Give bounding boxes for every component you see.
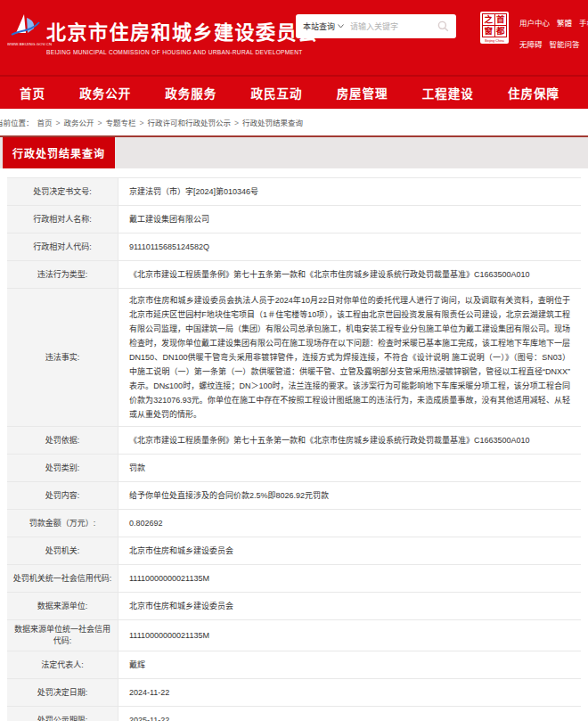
section-tabstrip: 行政处罚结果查询 xyxy=(0,137,588,168)
site-subtitle: BEIJING MUNICIPAL COMMISSION OF HOUSING … xyxy=(46,49,319,55)
nav-item[interactable]: 政民互动 xyxy=(250,84,302,102)
quick-links: 用户中心繁體手机版 无障碍智能问答 xyxy=(519,17,588,60)
row-label: 处罚机关统一社会信用代码: xyxy=(7,565,118,592)
site-search: 本站查询 xyxy=(296,14,456,38)
quick-link[interactable]: 智能问答 xyxy=(550,38,580,49)
row-value: 京建法罚（市）字[2024]第010346号 xyxy=(118,178,581,205)
breadcrumb-link[interactable]: 首页 xyxy=(37,119,53,127)
row-value: 2025-11-22 xyxy=(118,707,581,721)
row-label: 处罚依据: xyxy=(7,427,118,454)
breadcrumb-link[interactable]: 政务公开 xyxy=(53,119,94,127)
table-row: 违法行为类型: 《北京市建设工程质量条例》第七十五条第一款和《北京市住房城乡建设… xyxy=(7,261,581,289)
row-value-text: 《北京市建设工程质量条例》第七十五条第一款和《北京市住房城乡建设系统行政处罚裁量… xyxy=(129,433,530,447)
row-value: 北京市住房和城乡建设委员会执法人员于2024年10月22日对你单位的委托代理人进… xyxy=(118,289,581,426)
table-row: 违法事实: 北京市住房和城乡建设委员会执法人员于2024年10月22日对你单位的… xyxy=(7,289,581,427)
row-label: 法定代表人: xyxy=(7,651,118,678)
row-value: 给予你单位处直接涉及的合同价款2.5%即8026.92元罚款 xyxy=(118,482,581,509)
search-scope-label: 本站查询 xyxy=(303,20,335,32)
quick-link[interactable]: 无障碍 xyxy=(519,38,543,49)
row-value: 91110115685124582Q xyxy=(118,234,581,260)
row-value-text: 11110000000021135M xyxy=(129,628,209,643)
sail-logo-icon xyxy=(9,12,41,37)
quick-link[interactable]: 手机版 xyxy=(579,17,588,28)
row-value: 罚款 xyxy=(118,455,581,481)
nav-item[interactable]: 首页 xyxy=(20,84,45,102)
site-title: 北京市住房和城乡建设委员会 xyxy=(46,16,319,45)
table-row: 处罚内容: 给予你单位处直接涉及的合同价款2.5%即8026.92元罚款 xyxy=(7,482,581,510)
breadcrumb-label: 当前位置： xyxy=(0,117,34,127)
row-value: 北京市住房和城乡建设委员会 xyxy=(118,593,581,619)
table-row: 处罚决定书文号: 京建法罚（市）字[2024]第010346号 xyxy=(7,178,581,206)
breadcrumb-links: 首页政务公开专题专栏行政许可和行政处罚公示行政处罚结果查询 xyxy=(37,117,303,127)
seal-char: 都 xyxy=(495,26,507,37)
table-row: 处罚机关: 北京市住房和城乡建设委员会 xyxy=(7,537,581,565)
row-value-text: 11110000000021135M xyxy=(129,571,209,586)
row-value-text: 罚款 xyxy=(129,461,145,475)
table-row: 处罚决定日期: 2024-11-22 xyxy=(7,679,581,707)
row-label: 行政相对人名称: xyxy=(7,206,118,233)
nav-item[interactable]: 政务服务 xyxy=(165,84,216,102)
nav-item[interactable]: 工程建设 xyxy=(422,84,474,102)
row-label: 数据来源单位: xyxy=(7,593,118,619)
table-row: 数据来源单位统一社会信用代码: 11110000000021135M xyxy=(7,620,581,651)
nav-item[interactable]: 房屋管理 xyxy=(337,84,388,102)
table-row: 处罚机关统一社会信用代码: 11110000000021135M xyxy=(7,565,581,593)
breadcrumb-link[interactable]: 行政处罚结果查询 xyxy=(231,119,303,127)
row-label: 违法行为类型: xyxy=(7,261,118,288)
row-value: 《北京市建设工程质量条例》第七十五条第一款和《北京市住房城乡建设系统行政处罚裁量… xyxy=(118,261,581,288)
main-nav: 首页政务公开政务服务政民互动房屋管理工程建设住房保障 xyxy=(0,75,588,109)
shoudu-zhichuang-seal[interactable]: 之 首 窗 都 Beijing·China xyxy=(480,12,509,44)
table-row: 处罚类别: 罚款 xyxy=(7,455,581,482)
site-titles: 北京市住房和城乡建设委员会 BEIJING MUNICIPAL COMMISSI… xyxy=(46,16,319,55)
breadcrumb-link[interactable]: 专题专栏 xyxy=(94,119,136,127)
site-logo[interactable]: WWW.BEIJING.GOV.CN xyxy=(7,12,43,46)
penalty-detail-table: 处罚决定书文号: 京建法罚（市）字[2024]第010346号 行政相对人名称:… xyxy=(7,177,581,721)
row-label: 数据来源单位统一社会信用代码: xyxy=(7,620,118,651)
row-label: 处罚决定日期: xyxy=(7,679,118,706)
row-value: 11110000000021135M xyxy=(118,565,581,592)
table-row: 行政相对人名称: 戴工建设集团有限公司 xyxy=(7,206,581,234)
row-value-text: 给予你单位处直接涉及的合同价款2.5%即8026.92元罚款 xyxy=(129,488,329,503)
row-value-text: 2024-11-22 xyxy=(129,685,169,700)
breadcrumb: 当前位置： 首页政务公开专题专栏行政许可和行政处罚公示行政处罚结果查询 xyxy=(0,109,588,135)
quick-link[interactable]: 用户中心 xyxy=(519,17,550,28)
table-row: 数据来源单位: 北京市住房和城乡建设委员会 xyxy=(7,593,581,620)
seal-char: 之 xyxy=(483,14,494,25)
row-value-text: 2025-11-22 xyxy=(129,713,169,721)
row-value-text: 北京市住房和城乡建设委员会执法人员于2024年10月22日对你单位的委托代理人进… xyxy=(129,293,570,422)
nav-item[interactable]: 政务公开 xyxy=(79,84,131,102)
nav-item[interactable]: 住房保障 xyxy=(508,84,559,102)
seal-characters: 之 首 窗 都 xyxy=(482,13,507,37)
row-value-text: 戴辉 xyxy=(129,658,145,672)
search-input[interactable] xyxy=(350,22,437,31)
row-label: 罚款金额（万元）: xyxy=(7,510,118,537)
search-scope-dropdown[interactable]: 本站查询 xyxy=(303,20,344,32)
row-label: 处罚公示期限: xyxy=(7,707,118,721)
row-value: 《北京市建设工程质量条例》第七十五条第一款和《北京市住房城乡建设系统行政处罚裁量… xyxy=(118,427,581,454)
row-value-text: 《北京市建设工程质量条例》第七十五条第一款和《北京市住房城乡建设系统行政处罚裁量… xyxy=(129,267,530,282)
row-label: 违法事实: xyxy=(7,289,118,426)
logo-caption: WWW.BEIJING.GOV.CN xyxy=(7,41,37,45)
search-icon[interactable] xyxy=(437,20,449,32)
row-value: 戴工建设集团有限公司 xyxy=(118,206,581,233)
row-value-text: 91110115685124582Q xyxy=(129,240,209,254)
row-label: 处罚内容: xyxy=(7,482,118,509)
row-value: 0.802692 xyxy=(118,510,581,537)
tab-penalty-results-query[interactable]: 行政处罚结果查询 xyxy=(3,137,115,168)
breadcrumb-link[interactable]: 行政许可和行政处罚公示 xyxy=(136,119,231,127)
row-value: 11110000000021135M xyxy=(118,620,581,651)
chevron-down-icon xyxy=(338,24,344,29)
quick-link[interactable]: 繁體 xyxy=(557,17,572,28)
seal-caption: Beijing·China xyxy=(485,39,504,43)
row-value-text: 戴工建设集团有限公司 xyxy=(129,212,209,226)
page: WWW.BEIJING.GOV.CN 北京市住房和城乡建设委员会 BEIJING… xyxy=(0,0,588,721)
seal-char: 首 xyxy=(495,14,507,25)
row-value-text: 北京市住房和城乡建设委员会 xyxy=(129,544,233,558)
quick-links-row1: 用户中心繁體手机版 xyxy=(519,17,588,28)
row-value-text: 0.802692 xyxy=(129,516,163,530)
row-label: 处罚机关: xyxy=(7,537,118,564)
seal-char: 窗 xyxy=(483,26,494,37)
table-row: 法定代表人: 戴辉 xyxy=(7,651,581,679)
row-value-text: 京建法罚（市）字[2024]第010346号 xyxy=(129,184,258,199)
row-value: 2024-11-22 xyxy=(118,679,581,706)
